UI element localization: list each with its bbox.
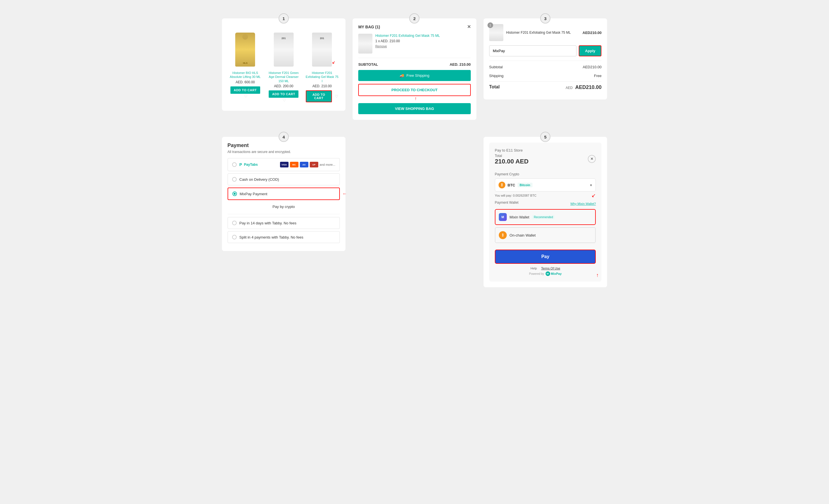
payment-title: Payment [227, 143, 340, 149]
onchain-wallet-option[interactable]: ₿ On-chain Wallet [495, 227, 596, 243]
mixpay-arrow: ← [343, 191, 347, 196]
tabby14-option[interactable]: Pay in 14 days with Tabby. No fees [227, 217, 340, 229]
union-logo: UP [310, 162, 318, 167]
product-name-3: Histomer F201 Exfoliating Gel Mask 75 l [306, 71, 339, 83]
product-name-1: Histomer BIO HLS Absolute Lifting 30 ML [229, 71, 262, 79]
checkout-item: 1 Histomer F201 Exfoliating Gel Mask 75 … [489, 24, 602, 41]
bag-item-name: Histomer F201 Exfoliating Gel Mask 75 ML [375, 34, 471, 38]
wallet-section-header: Payment Wallet Why Mixin Wallet? [495, 201, 596, 207]
cod-option[interactable]: Cash on Delivery (COD) [227, 173, 340, 185]
discount-code-input[interactable] [489, 45, 577, 56]
mixpay-option[interactable]: MixPay Payment ← [227, 188, 340, 200]
terms-link[interactable]: Terms Of Use [541, 267, 560, 270]
mixin-wallet-icon: M [499, 213, 507, 221]
help-link[interactable]: Help [531, 267, 537, 270]
mixpay-radio[interactable] [232, 192, 237, 196]
visa-logo: VISA [280, 162, 289, 167]
shipping-icon: 🚚 [400, 73, 404, 78]
mixpay-payment-panel: Pay to E11 Store Total 210.00 AED ✕ Paym… [489, 143, 602, 282]
bag-header: MY BAG (1) ✕ [358, 24, 471, 30]
wishlist-icon-2[interactable]: ♡ [283, 98, 286, 102]
pay-button[interactable]: Pay [495, 249, 596, 264]
subtotal-value: AED. 210.00 [449, 62, 470, 67]
bag-item: Histomer F201 Exfoliating Gel Mask 75 ML… [358, 34, 471, 58]
mixpay-close-btn[interactable]: ✕ [588, 155, 596, 163]
paytabs-label: PayTabs [244, 163, 258, 166]
checkout-item-image: 1 [489, 24, 503, 41]
add-to-cart-btn-1[interactable]: ADD TO CART [230, 86, 260, 94]
payment-subtitle: All transactions are secure and encrypte… [227, 150, 340, 154]
step-5-number: 5 [540, 132, 550, 142]
crypto-name: BTC [508, 183, 515, 187]
mixpay-brand-logo: M MixPay [546, 271, 562, 276]
btc-amount-text: You will pay: 0.00262087 BTC [495, 194, 596, 197]
checkout-total-value: AED AED210.00 [566, 84, 602, 90]
wishlist-icon-3[interactable]: ♡ [335, 94, 338, 99]
checkout-subtotal-label: Subtotal [489, 65, 503, 69]
checkout-subtotal-value: AED210.00 [583, 65, 602, 69]
bag-item-remove[interactable]: Remove [375, 44, 471, 48]
checkout-shipping-value: Free [594, 74, 602, 78]
subtotal-label: SUBTOTAL [358, 62, 378, 67]
btc-arrow: ↙ [591, 192, 596, 199]
checkout-shipping-row: Shipping Free [489, 73, 602, 79]
close-icon[interactable]: ✕ [467, 24, 471, 30]
mixpay-payment-label: MixPay Payment [240, 192, 267, 196]
paytabs-p-icon: P [240, 162, 242, 167]
tabby14-label: Pay in 14 days with Tabby. No fees [240, 221, 296, 225]
step-1-number: 1 [279, 13, 289, 24]
checkout-item-name: Histomer F201 Exfoliating Gel Mask 75 ML [506, 31, 580, 35]
more-cards-label: and more... [320, 163, 335, 166]
onchain-wallet-name: On-chain Wallet [510, 233, 536, 237]
btc-icon: ₿ [499, 182, 505, 188]
mixpay-footer-links: Help Terms Of Use ↑ [495, 267, 596, 270]
bag-item-image [358, 34, 372, 53]
add-to-cart-btn-3[interactable]: ADD TO CART [306, 90, 332, 102]
checkout-total-label: Total [489, 84, 500, 90]
crypto-chevron-icon: ▾ [590, 183, 592, 187]
product-image-2: 201 [271, 31, 296, 68]
product-card-1: HLS Histomer BIO HLS Absolute Lifting 30… [227, 28, 263, 105]
subtotal-row: SUBTOTAL AED. 210.00 [358, 62, 471, 67]
free-shipping-badge: 🚚 Free Shipping [358, 70, 471, 81]
paytabs-radio[interactable] [232, 162, 237, 167]
mastercard-logo: MC [290, 162, 298, 167]
add-to-cart-btn-2[interactable]: ADD TO CART [269, 90, 298, 98]
proceed-to-checkout-btn[interactable]: PROCEED TO CHECKOUT ↑ [358, 84, 471, 96]
product-price-2: AED. 200.00 [267, 84, 300, 88]
checkout-shipping-label: Shipping [489, 74, 504, 78]
product-price-3: AED. 210.00 [306, 84, 339, 88]
product-image-3: 201 ↙ [309, 31, 335, 68]
discount-code-row: Apply [489, 45, 602, 56]
crypto-selector[interactable]: ₿ BTC Bitcoin ▾ [495, 179, 596, 192]
products-grid: HLS Histomer BIO HLS Absolute Lifting 30… [227, 28, 340, 105]
mixpay-total-amount: 210.00 AED [495, 158, 529, 165]
tabby4-radio[interactable] [232, 235, 237, 239]
recommended-badge: Recommended [532, 215, 555, 219]
product-card-3: 201 ↙ Histomer F201 Exfoliating Gel Mask… [304, 28, 340, 105]
pay-by-crypto-text: Pay by crypto [227, 202, 340, 211]
tabby14-radio[interactable] [232, 221, 237, 225]
crypto-section-label: Payment Crypto [495, 172, 596, 176]
crypto-badge: Bitcoin [517, 183, 533, 187]
terms-arrow: ↑ [596, 272, 599, 278]
onchain-wallet-icon: ₿ [499, 231, 507, 239]
step-4-number: 4 [279, 132, 289, 142]
mixpay-total-label: Total [495, 154, 529, 158]
wishlist-icon-1[interactable]: ♡ [244, 94, 248, 98]
cod-radio[interactable] [232, 177, 237, 182]
step-2-number: 2 [409, 13, 420, 24]
product-image-1: HLS [232, 31, 258, 68]
bag-item-details: Histomer F201 Exfoliating Gel Mask 75 ML… [375, 34, 471, 48]
mixin-wallet-option[interactable]: M Mixin Wallet Recommended [495, 209, 596, 225]
tabby4-option[interactable]: Split in 4 payments with Tabby. No fees [227, 231, 340, 243]
amex-logo: AX [300, 162, 309, 167]
apply-discount-btn[interactable]: Apply [579, 45, 602, 56]
view-shopping-bag-btn[interactable]: VIEW SHOPPING BAG [358, 103, 471, 114]
product-price-1: AED. 600.00 [229, 80, 262, 84]
bag-item-qty: 1 x AED. 210.00 [375, 39, 471, 43]
why-mixin-link[interactable]: Why Mixin Wallet? [570, 202, 596, 205]
paytabs-option[interactable]: P PayTabs VISA MC AX UP and more... [227, 158, 340, 171]
wallet-section-label: Payment Wallet [495, 201, 519, 204]
step-3-number: 3 [540, 13, 550, 24]
